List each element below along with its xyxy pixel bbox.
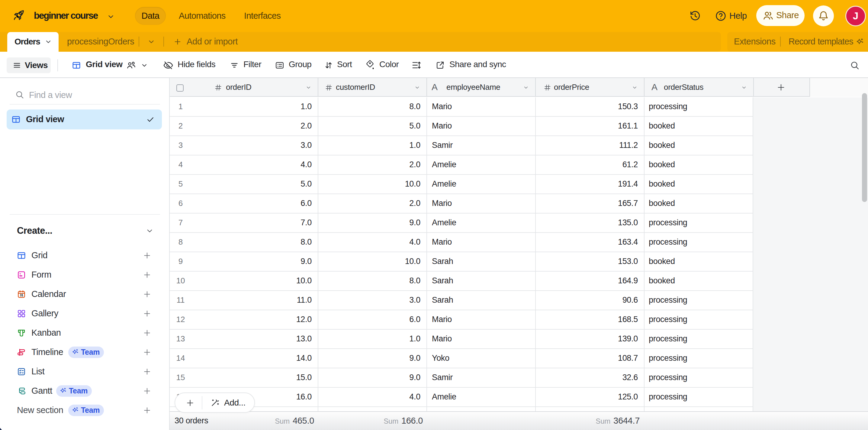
svg-text:31: 31 — [20, 294, 24, 297]
